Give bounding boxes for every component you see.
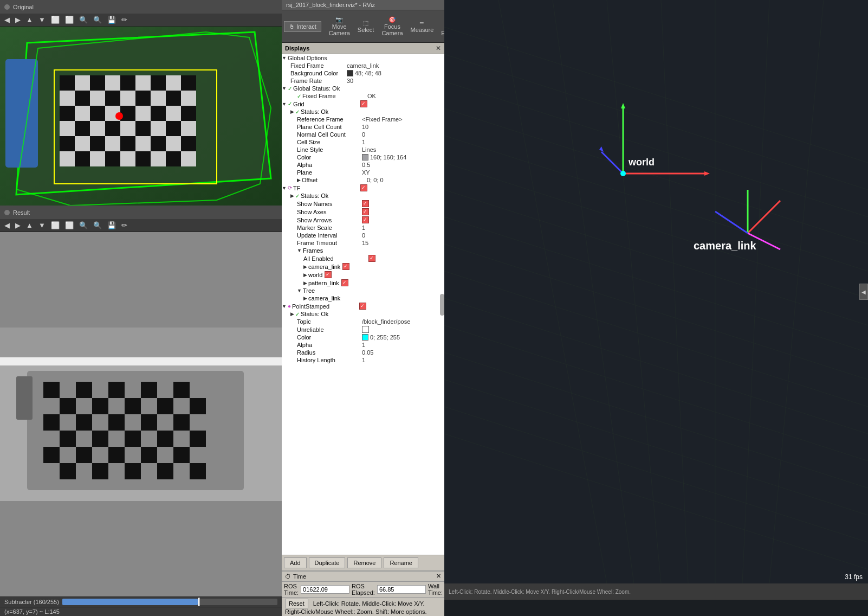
interact-tool-btn[interactable]: 🖱 Interact [284, 21, 321, 32]
pss-expand[interactable]: ▶ [282, 311, 294, 317]
zoom-in-btn[interactable]: 🔍 [77, 15, 90, 25]
ros-time-input[interactable] [301, 585, 349, 594]
pattern-link-frame-row[interactable]: ▶ pattern_link ✓ [282, 279, 444, 287]
global-status-row[interactable]: ▼ ✓ Global Status: Ok [282, 85, 444, 92]
cell-size-row[interactable]: Cell Size 1 [282, 138, 444, 146]
result-edit[interactable]: ✏ [119, 220, 129, 230]
add-btn[interactable]: Add [284, 557, 307, 568]
tree-expand[interactable]: ▼ [297, 288, 302, 293]
tree-camera-row[interactable]: ▶ camera_link [282, 294, 444, 302]
unrel-checkbox[interactable] [362, 326, 369, 333]
displays-content[interactable]: ▼ Global Options Fixed Frame camera_link… [282, 54, 444, 555]
3d-view[interactable]: world camera_link 31 fps ◀ [444, 0, 868, 583]
ps-alpha-row[interactable]: Alpha 1 [282, 341, 444, 349]
nav-down-btn[interactable]: ▼ [36, 15, 48, 25]
tf-checkbox[interactable]: ✓ [360, 184, 367, 191]
edit-btn[interactable]: ✏ [119, 15, 129, 25]
gs-ff-row[interactable]: ✓ Fixed Frame OK [282, 92, 444, 100]
reset-btn[interactable]: Reset [285, 599, 308, 608]
clf-expand[interactable]: ▶ [303, 264, 307, 270]
frames-row[interactable]: ▼ Frames [282, 247, 444, 254]
plane-row[interactable]: Plane XY [282, 169, 444, 176]
focus-camera-btn[interactable]: 🎯 Focus Camera [378, 15, 406, 38]
all-enabled-row[interactable]: All Enabled ✓ [282, 254, 444, 262]
scrollbar-thumb[interactable] [440, 294, 444, 316]
result-zoom-in[interactable]: 🔍 [77, 220, 90, 230]
subtracter-slider[interactable] [62, 599, 277, 605]
time-close-btn[interactable]: ✕ [436, 573, 441, 580]
tfs-expand[interactable]: ▶ [282, 193, 294, 198]
ps-color-row[interactable]: Color 0; 255; 255 [282, 333, 444, 341]
result-save[interactable]: 💾 [105, 220, 118, 230]
frames-expand[interactable]: ▼ [297, 248, 302, 253]
plf-expand[interactable]: ▶ [303, 280, 307, 286]
result-nav-back[interactable]: ◀ [2, 220, 12, 230]
frame-timeout-row[interactable]: Frame Timeout 15 [282, 239, 444, 247]
gst-expand[interactable]: ▶ [282, 109, 294, 114]
tf-row[interactable]: ▼ ⟳ TF ✓ [282, 184, 444, 192]
wf-checkbox[interactable]: ✓ [325, 271, 332, 278]
marker-scale-row[interactable]: Marker Scale 1 [282, 224, 444, 232]
rename-btn[interactable]: Rename [384, 557, 418, 568]
radius-row[interactable]: Radius 0.05 [282, 349, 444, 356]
sn-checkbox[interactable]: ✓ [362, 200, 369, 207]
ps-row[interactable]: ▼ ● PointStamped ✓ [282, 302, 444, 310]
nav-fwd-btn[interactable]: ▶ [13, 15, 23, 25]
show-axes-row[interactable]: Show Axes ✓ [282, 208, 444, 216]
move-camera-btn[interactable]: 📷 Move Camera [326, 15, 353, 38]
duplicate-btn[interactable]: Duplicate [309, 557, 346, 568]
bg-color-row[interactable]: Background Color 48; 48; 48 [282, 69, 444, 77]
remove-btn[interactable]: Remove [347, 557, 381, 568]
ps-status-row[interactable]: ▶ ✓ Status: Ok [282, 310, 444, 318]
save-btn[interactable]: 💾 [105, 15, 118, 25]
nav-up-btn[interactable]: ▲ [24, 15, 35, 25]
world-frame-row[interactable]: ▶ world ✓ [282, 271, 444, 279]
grid-checkbox[interactable]: ✓ [360, 100, 367, 107]
frame-rate-row[interactable]: Frame Rate 30 [282, 77, 444, 85]
result-nav-fwd[interactable]: ▶ [13, 220, 23, 230]
result-zoom1[interactable]: ⬜ [49, 220, 62, 230]
normal-cell-row[interactable]: Normal Cell Count 0 [282, 131, 444, 138]
color-row[interactable]: Color 160; 160; 164 [282, 153, 444, 161]
zoom-btn1[interactable]: ⬜ [49, 15, 62, 25]
displays-close-btn[interactable]: ✕ [436, 44, 441, 52]
plf-checkbox[interactable]: ✓ [341, 279, 348, 286]
tf-status-row[interactable]: ▶ ✓ Status: Ok [282, 192, 444, 200]
sarr-checkbox[interactable]: ✓ [362, 216, 369, 223]
unreliable-row[interactable]: Unreliable [282, 325, 444, 333]
nav-back-btn[interactable]: ◀ [2, 15, 12, 25]
alpha-row[interactable]: Alpha 0.5 [282, 161, 444, 169]
tf-expand[interactable]: ▼ [282, 185, 287, 191]
tree-row[interactable]: ▼ Tree [282, 287, 444, 294]
line-style-row[interactable]: Line Style Lines [282, 146, 444, 153]
camera-link-frame-row[interactable]: ▶ camera_link ✓ [282, 262, 444, 271]
result-nav-down[interactable]: ▼ [36, 220, 48, 230]
fixed-frame-row[interactable]: Fixed Frame camera_link [282, 62, 444, 69]
global-options-row[interactable]: ▼ Global Options [282, 54, 444, 62]
grid-status-row[interactable]: ▶ ✓ Status: Ok [282, 108, 444, 116]
ps-checkbox[interactable]: ✓ [359, 303, 366, 310]
ref-frame-row[interactable]: Reference Frame <Fixed Frame> [282, 116, 444, 123]
result-zoom2[interactable]: ⬜ [63, 220, 76, 230]
show-names-row[interactable]: Show Names ✓ [282, 200, 444, 208]
clf-checkbox[interactable]: ✓ [342, 263, 349, 270]
ps-expand[interactable]: ▼ [282, 304, 287, 309]
panel-collapse-arrow[interactable]: ◀ [859, 284, 868, 300]
offset-row[interactable]: ▶ Offset 0; 0; 0 [282, 176, 444, 184]
topic-row[interactable]: Topic /block_finder/pose [282, 318, 444, 325]
result-zoom-out[interactable]: 🔍 [91, 220, 104, 230]
wf-expand[interactable]: ▶ [303, 272, 307, 278]
show-arrows-row[interactable]: Show Arrows ✓ [282, 216, 444, 224]
offset-expand[interactable]: ▶ [297, 177, 301, 183]
gs-expand[interactable]: ▼ [282, 86, 287, 91]
select-btn[interactable]: ⬚ Select [354, 18, 378, 35]
tc-expand[interactable]: ▶ [303, 296, 307, 301]
history-row[interactable]: History Length 1 [282, 356, 444, 364]
sa-checkbox[interactable]: ✓ [362, 208, 369, 215]
ae-checkbox[interactable]: ✓ [368, 255, 375, 262]
update-interval-row[interactable]: Update Interval 0 [282, 232, 444, 239]
grid-expand[interactable]: ▼ [282, 101, 287, 107]
ros-elapsed-input[interactable] [377, 585, 426, 594]
zoom-btn2[interactable]: ⬜ [63, 15, 76, 25]
result-nav-up[interactable]: ▲ [24, 220, 35, 230]
